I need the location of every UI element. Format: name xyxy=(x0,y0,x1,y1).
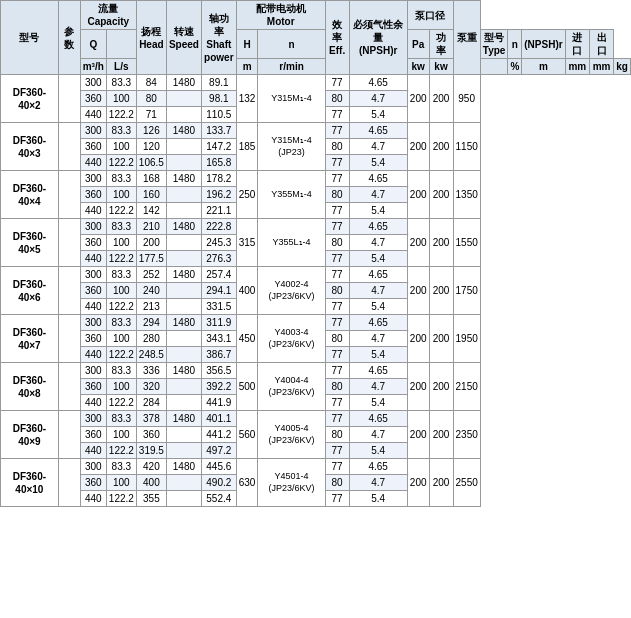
model-cell: DF360-40×6 xyxy=(1,267,59,315)
efficiency: 77 xyxy=(325,395,349,411)
shaft-power: 356.5 xyxy=(201,363,236,379)
npsh: 5.4 xyxy=(349,395,407,411)
flow-m3h: 440 xyxy=(80,251,106,267)
col-q2 xyxy=(106,30,136,59)
flow-m3h: 360 xyxy=(80,331,106,347)
speed xyxy=(166,91,201,107)
shaft-power: 386.7 xyxy=(201,347,236,363)
flow-m3h: 440 xyxy=(80,395,106,411)
unit-h: m xyxy=(236,59,258,75)
efficiency: 77 xyxy=(325,347,349,363)
pump-outlet: 200 xyxy=(429,315,453,363)
speed xyxy=(166,203,201,219)
flow-m3h: 440 xyxy=(80,203,106,219)
pump-weight: 1750 xyxy=(453,267,480,315)
col-eff: 效率Eff. xyxy=(325,1,349,75)
table-row: DF360-40×430083.31681480178.2250Y355M₁-4… xyxy=(1,171,631,187)
unit-motor: kw xyxy=(429,59,453,75)
motor-type: Y4003-4(JP23/6KV) xyxy=(258,315,325,363)
pump-inlet: 200 xyxy=(407,363,429,411)
flow-ls: 122.2 xyxy=(106,491,136,507)
pump-outlet: 200 xyxy=(429,363,453,411)
col-npsh: 必须气性余量(NPSH)r xyxy=(349,1,407,75)
model-cell: DF360-40×9 xyxy=(1,411,59,459)
shaft-power: 331.5 xyxy=(201,299,236,315)
efficiency: 77 xyxy=(325,203,349,219)
motor-power: 560 xyxy=(236,411,258,459)
head: 142 xyxy=(136,203,166,219)
flow-m3h: 440 xyxy=(80,107,106,123)
shaft-power: 392.2 xyxy=(201,379,236,395)
head: 420 xyxy=(136,459,166,475)
speed: 1480 xyxy=(166,75,201,91)
col-shaft-power: 轴功率Shaftpower xyxy=(201,1,236,75)
col-param: 参数 xyxy=(58,1,80,75)
npsh: 4.65 xyxy=(349,315,407,331)
speed: 1480 xyxy=(166,315,201,331)
npsh: 4.65 xyxy=(349,267,407,283)
col-eff2: n xyxy=(508,30,522,59)
pump-inlet: 200 xyxy=(407,123,429,171)
efficiency: 77 xyxy=(325,155,349,171)
head: 280 xyxy=(136,331,166,347)
npsh: 5.4 xyxy=(349,251,407,267)
flow-m3h: 440 xyxy=(80,491,106,507)
flow-m3h: 360 xyxy=(80,235,106,251)
flow-ls: 100 xyxy=(106,187,136,203)
flow-ls: 100 xyxy=(106,283,136,299)
pump-outlet: 200 xyxy=(429,123,453,171)
motor-type: Y355M₁-4 xyxy=(258,171,325,219)
flow-ls: 122.2 xyxy=(106,203,136,219)
param-cell xyxy=(58,123,80,171)
shaft-power: 441.2 xyxy=(201,427,236,443)
flow-m3h: 440 xyxy=(80,443,106,459)
efficiency: 80 xyxy=(325,187,349,203)
motor-power: 400 xyxy=(236,267,258,315)
motor-power: 315 xyxy=(236,219,258,267)
motor-type: Y4004-4(JP23/6KV) xyxy=(258,363,325,411)
shaft-power: 343.1 xyxy=(201,331,236,347)
npsh: 5.4 xyxy=(349,299,407,315)
pump-outlet: 200 xyxy=(429,171,453,219)
col-pump-size: 泵口径 xyxy=(407,1,453,30)
head: 168 xyxy=(136,171,166,187)
npsh: 4.65 xyxy=(349,219,407,235)
speed: 1480 xyxy=(166,219,201,235)
efficiency: 80 xyxy=(325,283,349,299)
head: 71 xyxy=(136,107,166,123)
flow-ls: 100 xyxy=(106,379,136,395)
unit-weight: kg xyxy=(614,59,631,75)
speed xyxy=(166,155,201,171)
pump-weight: 950 xyxy=(453,75,480,123)
col-h: H xyxy=(236,30,258,59)
flow-ls: 100 xyxy=(106,235,136,251)
efficiency: 77 xyxy=(325,315,349,331)
pump-weight: 1550 xyxy=(453,219,480,267)
head: 355 xyxy=(136,491,166,507)
head: 160 xyxy=(136,187,166,203)
flow-m3h: 360 xyxy=(80,139,106,155)
head: 252 xyxy=(136,267,166,283)
shaft-power: 552.4 xyxy=(201,491,236,507)
efficiency: 80 xyxy=(325,331,349,347)
shaft-power: 98.1 xyxy=(201,91,236,107)
flow-ls: 100 xyxy=(106,331,136,347)
shaft-power: 178.2 xyxy=(201,171,236,187)
shaft-power: 110.5 xyxy=(201,107,236,123)
flow-ls: 122.2 xyxy=(106,443,136,459)
npsh: 4.7 xyxy=(349,187,407,203)
col-capacity: 流量Capacity xyxy=(80,1,136,30)
flow-m3h: 300 xyxy=(80,171,106,187)
shaft-power: 294.1 xyxy=(201,283,236,299)
motor-type: Y4005-4(JP23/6KV) xyxy=(258,411,325,459)
flow-m3h: 360 xyxy=(80,91,106,107)
speed xyxy=(166,139,201,155)
head: 106.5 xyxy=(136,155,166,171)
efficiency: 77 xyxy=(325,251,349,267)
npsh: 4.65 xyxy=(349,411,407,427)
flow-ls: 100 xyxy=(106,475,136,491)
efficiency: 77 xyxy=(325,267,349,283)
param-cell xyxy=(58,267,80,315)
head: 336 xyxy=(136,363,166,379)
param-cell xyxy=(58,363,80,411)
